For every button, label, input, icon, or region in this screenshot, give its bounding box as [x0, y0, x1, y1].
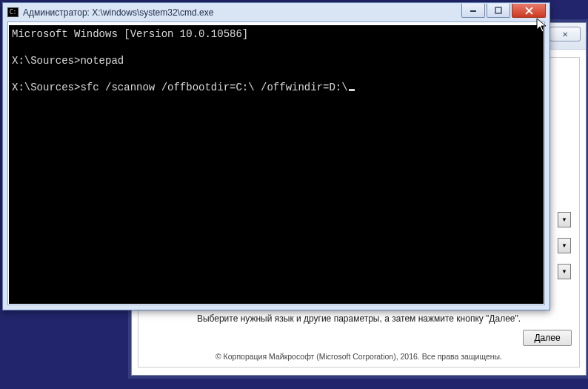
svg-rect-1 — [495, 7, 501, 13]
window-controls — [461, 3, 546, 18]
language-dropdown-button[interactable]: ▼ — [558, 212, 571, 227]
close-button[interactable] — [512, 4, 546, 18]
minimize-icon — [470, 7, 477, 14]
console-line: X:\Sources>sfc /scannow /offbootdir=C:\ … — [12, 82, 348, 93]
chevron-down-icon: ▼ — [561, 268, 567, 275]
setup-close-button[interactable]: ✕ — [549, 27, 581, 41]
text-cursor — [349, 89, 355, 91]
close-icon — [525, 7, 533, 15]
cmd-icon: C: — [7, 7, 19, 17]
chevron-down-icon: ▼ — [561, 216, 567, 223]
console-line: X:\Sources>notepad — [12, 55, 124, 67]
cmd-window: C: Администратор: X:\windows\system32\cm… — [2, 2, 550, 310]
keyboard-dropdown-button[interactable]: ▼ — [558, 264, 571, 279]
setup-copyright: © Корпорация Майкрософт (Microsoft Corpo… — [138, 352, 579, 361]
cmd-console[interactable]: Microsoft Windows [Version 10.0.10586] X… — [9, 25, 544, 304]
maximize-button[interactable] — [487, 4, 510, 18]
minimize-button[interactable] — [461, 4, 485, 18]
cmd-titlebar[interactable]: C: Администратор: X:\windows\system32\cm… — [3, 3, 549, 21]
cmd-title: Администратор: X:\windows\system32\cmd.e… — [23, 7, 213, 18]
close-icon: ✕ — [562, 30, 568, 39]
console-line: Microsoft Windows [Version 10.0.10586] — [12, 28, 248, 40]
maximize-icon — [495, 7, 502, 14]
time-format-dropdown-button[interactable]: ▼ — [558, 238, 571, 253]
next-button[interactable]: Далее — [523, 330, 572, 346]
chevron-down-icon: ▼ — [561, 242, 567, 249]
setup-instruction-text: Выберите нужный язык и другие параметры,… — [138, 313, 579, 324]
cmd-frame: Microsoft Windows [Version 10.0.10586] X… — [7, 21, 545, 305]
